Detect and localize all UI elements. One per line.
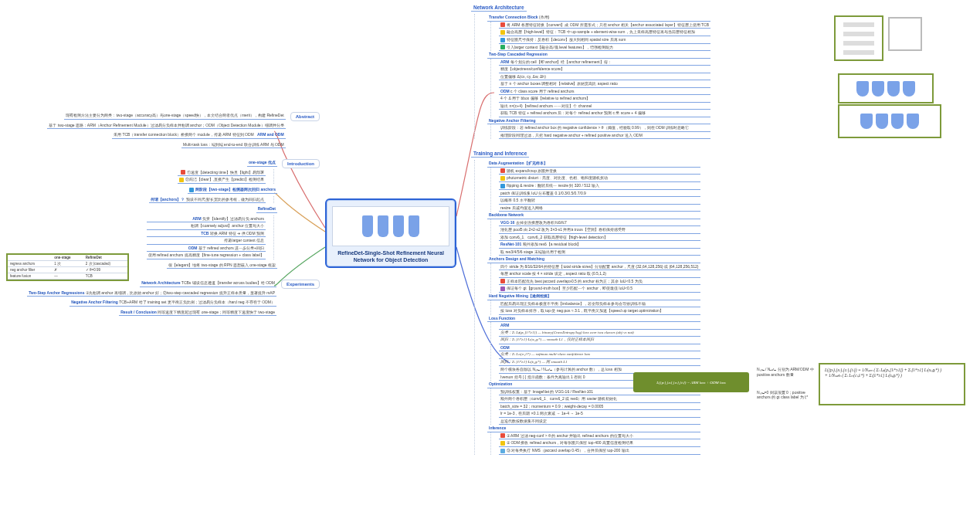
- train-line[interactable]: 取 res3/4/5/6 stage 末端输出用于检测: [499, 249, 700, 256]
- left-column: Abstract 现有检测方法主要分为两类：two-stage（accuracy…: [11, 112, 320, 324]
- arch-line[interactable]: 融合高层【high-level】特征：TCB 中 up-sample + ele…: [507, 29, 695, 34]
- arch-neg-h: Negative Anchor Filtering: [489, 118, 536, 123]
- train-line[interactable]: 池化层 pool5 由 2×2-s2 改为 3×3-s1 并用à trous【空…: [499, 226, 700, 234]
- abstract-line[interactable]: Multi-task loss：端到端 end-to-end 联合训练 ARM …: [181, 141, 286, 149]
- train-line[interactable]: ① ARM 过滤 neg-conf > θ 的 anchor 并输出 refin…: [507, 433, 633, 438]
- train-line[interactable]: 以概率 0.5 水平翻转: [499, 197, 700, 205]
- train-loss-eq: 分类：Σᵢ Lᵦ(pᵢ,[lᵢ*≥1]) — binary(CrossEntro…: [499, 330, 700, 337]
- train-line[interactable]: flipping & resize：翻转后统一 resize 到 320 / 5…: [507, 183, 599, 188]
- exp-item-h: Negative Anchor Filtering: [71, 300, 118, 304]
- train-line[interactable]: 总迭代数按数据集不同设定: [499, 418, 700, 426]
- intro-line[interactable]: ①速度【detecting time】快且【light】易部署: [187, 170, 264, 175]
- arch-line[interactable]: 引入larger context【融合高/低 level features】，增…: [507, 45, 613, 49]
- train-line[interactable]: 保证每个 gt【ground-truth box】至少匹配一个 anchor，即…: [507, 286, 632, 290]
- fig-arm-diagram: [838, 73, 934, 103]
- root-node[interactable]: RefineDet-Single-Shot Refinement Neural …: [325, 198, 456, 268]
- abstract-header[interactable]: Abstract: [290, 112, 320, 121]
- arch-line[interactable]: 4 个 Δ 用于 bbox 偏移【relative to refined anc…: [499, 95, 710, 103]
- arch-line[interactable]: 推理阶段同理过滤，只把 hard negative anchor + refin…: [499, 132, 710, 140]
- intro-anchor-h: 何谓【anchors】？: [151, 197, 185, 202]
- train-header[interactable]: Training and Inference: [471, 150, 529, 158]
- train-line[interactable]: 按 loss 对负样本排序，取 top 使 neg:pos ≈ 3:1，既平衡又…: [499, 307, 700, 315]
- arch-line[interactable]: 获取 TCB 特征 + refined anchors 后：对每个 refine…: [499, 110, 710, 117]
- cmp-c: regress anchors: [8, 261, 52, 267]
- train-line[interactable]: patch 保证训练集 IoU 分布覆盖 0.1/0.3/0.5/0.7/0.9: [499, 190, 700, 198]
- exp-item-h: Result / Conclusion: [120, 310, 157, 314]
- abstract-tag: ARM and ODM: [257, 132, 284, 137]
- train-line[interactable]: photometric distort：亮度、对比度、色相、饱和度随机扰动: [507, 175, 608, 180]
- train-opt-h: Optimization: [489, 381, 512, 386]
- train-backbone-h: Backbone Network: [489, 212, 524, 217]
- arch-line[interactable]: 每个划分的 cell【即 anchor】经【anchor refinement】…: [510, 59, 612, 64]
- arch-line[interactable]: 特征图尺寸保持：反卷积【deconv】放大到相同 spatial size 后再…: [507, 37, 626, 42]
- train-line[interactable]: 添加 conv6_1、conv6_2 获取高层特征【high-level det…: [499, 234, 700, 242]
- arch-odm-h: ODM: [500, 89, 510, 93]
- intro-onestage-h: one-stage 优点: [249, 160, 276, 164]
- cmp-c: neg anchor filter: [8, 267, 52, 273]
- abstract-line[interactable]: 采用 TCB（transfer connection block）桥接两个 mo…: [114, 132, 254, 137]
- loss-eq-line: + 1/Nₒ𝒹ₘ ( Σᵢ Lₘ(cᵢ,lᵢ*) + Σᵢ[lᵢ*≥1] Lᵣ(…: [825, 373, 959, 378]
- train-line[interactable]: ③ 对每类执行 NMS（jaccard overlap 0.45），合并后保留 …: [507, 448, 629, 453]
- train-line[interactable]: 随机 expand/crop 原图并变换: [507, 168, 557, 173]
- intro-anchor-d: 预设不同尺度/长宽比的参考框，做为回归起点: [186, 197, 264, 202]
- train-line[interactable]: batch_size = 32；momentum = 0.9；weight-de…: [499, 403, 700, 411]
- exp-item-d[interactable]: TCB+ARM 给了 training set 更平衡正负比例；过滤易分负样本（…: [119, 300, 275, 304]
- loss-equation-box: L({pᵢ},{xᵢ},{cᵢ},{tᵢ}) = 1/Nₐᵣₘ ( Σᵢ Lᵦ(…: [819, 363, 965, 405]
- train-line[interactable]: 正样本匹配优先 best jaccard overlap≥0.5 的 ancho…: [507, 279, 643, 283]
- fig-tcb-aux: [888, 17, 922, 51]
- arch-line[interactable]: 将 ARM 各层特征转换【convert】成 ODM 所需形式；只在 ancho…: [507, 22, 709, 27]
- train-inf-h: Inference: [489, 426, 506, 430]
- loss-summary-box: L({pᵢ},{xᵢ},{cᵢ},{tᵢ}) = ARM loss + ODM …: [633, 372, 749, 392]
- intro-line[interactable]: 传递larger context 信息: [147, 237, 266, 245]
- train-line[interactable]: 去掉全连接层改为卷积 fc6/fc7: [516, 220, 567, 225]
- train-line[interactable]: 额外两个卷积层（conv6_1、conv6_2 或 res6）用 xavier …: [499, 395, 700, 403]
- exp-item-d[interactable]: 同等速度下精度超过现有 one-stage；同等精度下速度快于 two-stag…: [158, 310, 275, 314]
- loss-eq-line: L({pᵢ},{xᵢ},{cᵢ},{tᵢ}) = 1/Nₐᵣₘ ( Σᵢ Lᵦ(…: [825, 368, 959, 373]
- train-loss-odm-h: ODM: [500, 345, 510, 350]
- exp-item-d[interactable]: TCBs 铺设信息通道【transfer across bodies】给 ODM: [181, 280, 275, 285]
- arch-tcb-role: 作用: [541, 15, 548, 19]
- intro-line[interactable]: 粗调【coarsely adjust】anchor 位置与大小: [147, 222, 266, 230]
- cmp-h: RefineDet: [83, 255, 127, 261]
- train-line[interactable]: ② ODM 接收 refined anchors，对每张图只保留 top-400…: [507, 440, 633, 445]
- arch-header[interactable]: Network Architecture: [471, 4, 527, 12]
- train-line[interactable]: 匹配后易出现正负样本极度不平衡【imbalance】，若全部负样本参与会导致训练…: [499, 300, 700, 308]
- arch-section: Network Architecture Transfer Connection…: [471, 4, 710, 139]
- train-line[interactable]: resize 后减均值送入网络: [499, 205, 700, 212]
- cmp-c: feature fusion: [8, 273, 52, 280]
- cmp-c: 1 次: [52, 261, 83, 267]
- arch-line[interactable]: 训练阶段：若 refined anchor box 的 negative con…: [499, 124, 710, 132]
- train-loss-eq: 分类：Σᵢ Lₘ(cᵢ,lᵢ*) — softmax multi-class c…: [499, 351, 700, 359]
- arch-line[interactable]: 位置偏移 Δ(cx, cy, Δw, Δh): [499, 73, 710, 81]
- arch-line[interactable]: 精度【objectness/confidence score】: [499, 66, 710, 73]
- train-line[interactable]: 四个 stride 为 8/16/32/64 的特征层【total stride…: [499, 263, 700, 271]
- abstract-line[interactable]: 现有检测方法主要分为两类：two-stage（accuracy高）与one-st…: [64, 112, 285, 120]
- cmp-h: one-stage: [52, 255, 83, 261]
- arch-line[interactable]: 基于 n 个 anchor boxes 调整相对【relative】原始宽高比 …: [499, 80, 710, 88]
- train-line[interactable]: lr = 1e-3，在后期 ×0.1 两次衰减 → 1e-4 → 1e-5: [499, 410, 700, 418]
- fig-odm-diagram: [838, 104, 941, 138]
- intro-odm-h: ODM: [188, 246, 198, 250]
- train-loss-eq: 回归：Σᵢ [lᵢ*≥1]·Lᵣ(tᵢ,gᵢ*) — 同 smooth L1: [499, 359, 700, 367]
- exp-header[interactable]: Experiments: [281, 280, 320, 289]
- train-hard-h: Hard Negative Mining【难例挖掘】: [489, 293, 551, 298]
- cmp-c: ✓ θ=0.99: [83, 267, 127, 273]
- intro-line[interactable]: 基于 refined anchors 进一步分类+回归: [198, 246, 264, 250]
- intro-line[interactable]: 使用 refined anchors 提高精度【fine-tune regres…: [147, 252, 266, 259]
- intro-line[interactable]: 负责【identify】过滤易分负 anchors: [202, 216, 264, 221]
- loss-eq-anno: Nₐᵣₘ / Nₒ𝒹ₘ 分别为 ARM/ODM 中 positive ancho…: [757, 367, 819, 377]
- intro-arm-h: ARM: [192, 216, 201, 221]
- exp-item-d[interactable]: ①先粗调 anchor 再细调，比原始 anchor 好；②two-step c…: [86, 290, 275, 295]
- arch-line[interactable]: 输出 n×(c+4)【refined anchors 一一对应】个 channe…: [499, 103, 710, 110]
- abstract-line[interactable]: 基于 two-stage 思路：ARM（Anchor Refinement Mo…: [47, 122, 285, 130]
- intro-line[interactable]: ②简洁【clear】,直接产生【predict】检测结果: [185, 177, 264, 181]
- arch-arm-h: ARM: [500, 59, 509, 64]
- intro-header[interactable]: Introduction: [282, 159, 320, 168]
- intro-refine-h: RefineDet: [258, 206, 276, 211]
- train-line[interactable]: 额外添加 res6【a residual block】: [523, 242, 582, 246]
- arch-line[interactable]: c 个 class score 用于 refined anchors: [510, 89, 575, 93]
- train-line[interactable]: 每层 anchor scale 按 4 × stride 设定，aspect r…: [499, 270, 700, 278]
- intro-contrib[interactable]: 很【elegant】地将 two-stage 的 RPN 思想嵌入 one-st…: [167, 262, 277, 270]
- intro-line[interactable]: 转换 ARM 特征 ➜ 供 ODM 预测: [210, 231, 264, 236]
- arch-tcb-h: Transfer Connection Block: [489, 15, 538, 19]
